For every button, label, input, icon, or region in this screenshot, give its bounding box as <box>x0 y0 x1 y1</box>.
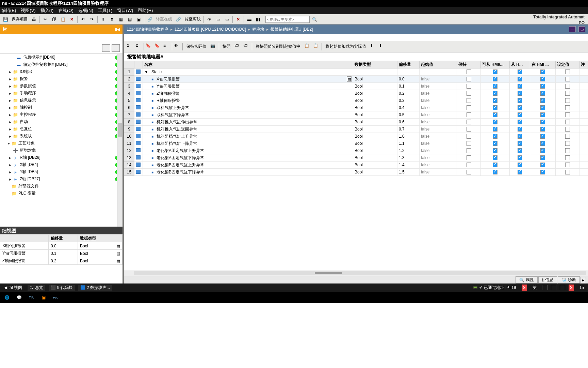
taskbar-app-icon[interactable]: ▣ <box>39 293 48 302</box>
var-start[interactable]: false <box>420 140 457 147</box>
tray-icon[interactable] <box>551 285 556 290</box>
checkbox[interactable] <box>493 77 497 81</box>
var-offset[interactable]: 0.0 <box>397 76 420 83</box>
print-icon[interactable]: 🖶 <box>30 15 38 24</box>
var-offset[interactable]: 0.3 <box>397 97 420 104</box>
tray-icon[interactable] <box>560 285 565 290</box>
menu-item[interactable]: 帮助(H) <box>138 7 153 14</box>
go-offline-icon[interactable]: 🔗 <box>174 15 182 24</box>
menu-item[interactable]: 视图(V) <box>21 7 35 14</box>
taskbar-chrome-icon[interactable]: 🌐 <box>2 293 12 302</box>
checkbox[interactable] <box>565 112 570 117</box>
var-type[interactable]: Bool <box>353 104 397 111</box>
row-number[interactable]: 6 <box>124 104 134 111</box>
cut-icon[interactable]: ✂ <box>41 15 49 24</box>
expand-icon[interactable]: ▼ <box>143 68 150 76</box>
var-start[interactable]: false <box>420 83 457 90</box>
taskbar-plcsim-icon[interactable]: PLC <box>51 293 61 302</box>
checkbox[interactable] <box>518 127 522 132</box>
checkbox[interactable] <box>467 155 471 160</box>
tree-item[interactable]: ▸⚹X轴 [DB4] <box>0 161 122 168</box>
tool-icon[interactable]: ⚙ <box>135 43 142 50</box>
expand-icon[interactable]: ▸ <box>8 98 12 103</box>
tree-item[interactable]: ▸⚹Y轴 [DB5] <box>0 168 122 175</box>
checkbox[interactable] <box>493 120 497 124</box>
tool-icon[interactable]: 📷 <box>210 43 217 50</box>
setpoint-checkbox[interactable] <box>565 70 570 74</box>
checkbox[interactable] <box>493 112 497 117</box>
tool-icon[interactable]: 🏷 <box>234 43 242 50</box>
checkbox[interactable] <box>540 141 545 146</box>
checkbox[interactable] <box>565 163 570 167</box>
tree-item[interactable]: 📁外部源文件 <box>0 183 122 190</box>
checkbox[interactable] <box>518 98 522 103</box>
menu-item[interactable]: 编辑(E) <box>1 7 16 14</box>
tool-icon[interactable]: 🏷 <box>243 43 250 50</box>
var-type[interactable]: Bool <box>353 162 397 169</box>
detail-row[interactable]: Z轴伺服报警0.2Bool▤ <box>0 257 122 265</box>
row-number[interactable]: 15 <box>124 169 134 176</box>
save-project-icon[interactable]: 💾 <box>1 15 10 24</box>
checkbox[interactable] <box>493 134 497 139</box>
var-name[interactable]: Y轴伺服报警 <box>155 83 353 90</box>
var-type[interactable]: Bool <box>353 90 397 97</box>
var-name[interactable]: 老化架B固定气缸下降异常 <box>155 169 353 176</box>
col-retain[interactable]: 保持 <box>457 61 481 68</box>
col-hmi-v[interactable]: 在 HMI ... <box>530 61 556 68</box>
col-dtype[interactable]: 数据类型 <box>353 61 397 68</box>
detail-col-name[interactable] <box>0 235 49 242</box>
tool-icon[interactable]: ⬇ <box>370 43 377 50</box>
tree-item[interactable]: ▸📁手动程序 <box>0 90 122 97</box>
checkbox[interactable] <box>518 105 522 110</box>
tree-item[interactable]: ▬轴定位控制数据# [DB43] <box>0 61 122 68</box>
var-type[interactable]: Bool <box>353 169 397 176</box>
expand-icon[interactable]: ▸ <box>8 77 12 81</box>
table-row[interactable]: 5■R轴伺服报警Bool0.3false <box>124 97 588 104</box>
row-number[interactable]: 11 <box>124 140 134 147</box>
detail-col-offset[interactable]: 偏移量 <box>49 235 78 242</box>
var-start[interactable]: false <box>420 119 457 126</box>
expand-icon[interactable]: ▸ <box>8 70 12 74</box>
row-number[interactable]: 10 <box>124 133 134 140</box>
checkbox[interactable] <box>540 155 545 160</box>
var-type[interactable]: Bool <box>353 119 397 126</box>
tree-item[interactable]: ▸📁报警 <box>0 75 122 82</box>
checkbox[interactable] <box>467 120 471 124</box>
checkbox[interactable] <box>467 163 471 167</box>
menu-item[interactable]: 在线(O) <box>58 7 74 14</box>
var-type[interactable]: Bool <box>353 154 397 162</box>
expand-icon[interactable]: ▸ <box>8 177 12 182</box>
var-start[interactable]: false <box>420 104 457 111</box>
var-start[interactable]: false <box>420 162 457 169</box>
tree-item[interactable]: ▸📁总复位 <box>0 125 122 133</box>
collapse-icon[interactable]: ▮◀ <box>115 25 120 34</box>
var-start[interactable]: false <box>420 169 457 176</box>
checkbox[interactable] <box>518 148 522 153</box>
hmi-r-checkbox[interactable] <box>493 70 497 74</box>
tool-icon[interactable]: 👁 <box>174 43 181 50</box>
col-offset[interactable]: 偏移量 <box>397 61 420 68</box>
var-type[interactable]: Bool <box>353 126 397 133</box>
minimize-icon[interactable]: — <box>569 26 576 32</box>
var-offset[interactable]: 1.5 <box>397 169 420 176</box>
checkbox[interactable] <box>518 112 522 117</box>
checkbox[interactable] <box>493 141 497 146</box>
tool-icon[interactable]: ⚙ <box>126 43 133 50</box>
tree-item[interactable]: ▸📁IO输出 <box>0 68 122 75</box>
compile-icon[interactable]: ▦ <box>117 15 125 24</box>
checkbox[interactable] <box>565 98 570 103</box>
row-number[interactable]: 14 <box>124 162 134 169</box>
table-row[interactable]: 12■老化架A固定气缸上升异常Bool1.2false <box>124 147 588 154</box>
device-icon[interactable]: ▣ <box>134 15 143 24</box>
var-name[interactable]: X轴伺服报警 ▤ <box>155 76 353 83</box>
split-v-icon[interactable]: ▮▮ <box>254 15 262 24</box>
var-start[interactable]: false <box>420 154 457 162</box>
var-start[interactable]: false <box>420 126 457 133</box>
var-type[interactable]: Bool <box>353 140 397 147</box>
var-start[interactable]: false <box>420 76 457 83</box>
tool-icon[interactable]: ⬇ <box>378 43 386 50</box>
tool-icon[interactable]: 🔖 <box>154 43 162 50</box>
var-name[interactable]: 机箱推入气缸退回异常 <box>155 126 353 133</box>
tool-icon[interactable]: 📋 <box>313 43 320 50</box>
var-offset[interactable]: 1.0 <box>397 133 420 140</box>
